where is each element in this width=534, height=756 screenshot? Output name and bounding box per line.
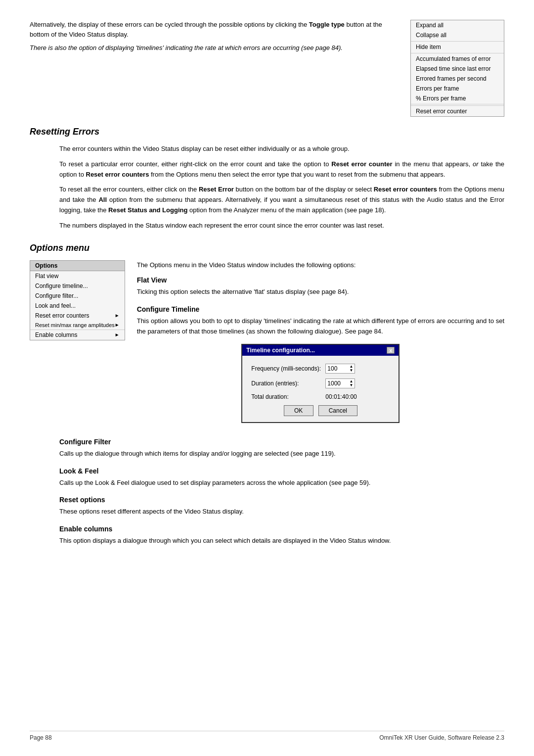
options-content: The Options menu in the Video Status win… xyxy=(137,260,504,430)
reset-options-title: Reset options xyxy=(59,496,504,504)
reset-para3: To reset all the error counters, either … xyxy=(59,185,504,215)
context-menu-item-collapse-all[interactable]: Collapse all xyxy=(411,30,504,40)
flat-view-title: Flat View xyxy=(137,276,504,284)
options-menu-section: Options menu Options Flat view Configure… xyxy=(30,243,504,546)
options-menu-reset-minmax[interactable]: Reset min/max range amplitudes ► xyxy=(30,321,125,330)
total-duration-label: Total duration: xyxy=(251,393,325,400)
top-para1: Alternatively, the display of these erro… xyxy=(30,20,400,39)
total-duration-value: 00:01:40:00 xyxy=(325,393,356,400)
dialog-buttons: OK Cancel xyxy=(251,405,390,416)
top-para2: There is also the option of displaying '… xyxy=(30,43,400,53)
reset-options-text: These options reset different aspects of… xyxy=(59,507,504,517)
reset-error-counter-bold: Reset error counter xyxy=(331,160,392,168)
footer: Page 88 OmniTek XR User Guide, Software … xyxy=(30,731,504,741)
options-menu-configure-filter[interactable]: Configure filter... xyxy=(30,291,125,301)
reset-error-counters-bold: Reset error counters xyxy=(86,171,149,178)
frequency-label: Frequency (milli-seconds): xyxy=(251,365,325,372)
context-menu-item-expand-all[interactable]: Expand all xyxy=(411,20,504,30)
resetting-errors-title: Resetting Errors xyxy=(30,127,504,137)
enable-columns-text: This option displays a dialogue through … xyxy=(59,536,504,546)
down-arrow-icon2[interactable]: ▼ xyxy=(349,383,353,387)
top-section: Alternatively, the display of these erro… xyxy=(30,20,504,117)
duration-spinner[interactable]: ▲ ▼ xyxy=(349,379,353,387)
duration-input[interactable]: 1000 ▲ ▼ xyxy=(325,378,355,388)
frequency-row: Frequency (milli-seconds): 100 ▲ ▼ xyxy=(251,364,390,374)
footer-page: Page 88 xyxy=(30,734,52,741)
down-arrow-icon[interactable]: ▼ xyxy=(349,369,353,373)
configure-timeline-title: Configure Timeline xyxy=(137,305,504,313)
context-menu-popup: Expand all Collapse all Hide item Accumu… xyxy=(410,20,504,117)
timeline-dialog: Timeline configuration... x Frequency (m… xyxy=(241,344,400,423)
options-intro: The Options menu in the Video Status win… xyxy=(137,260,504,271)
options-layout: Options Flat view Configure timeline... … xyxy=(30,260,504,430)
footer-title: OmniTek XR User Guide, Software Release … xyxy=(379,734,504,741)
options-menu-configure-timeline[interactable]: Configure timeline... xyxy=(30,281,125,291)
timeline-dialog-body: Frequency (milli-seconds): 100 ▲ ▼ Durat… xyxy=(242,356,399,422)
context-menu-item-pct-errors[interactable]: % Errors per frame xyxy=(411,94,504,104)
context-menu-item-hide-item[interactable]: Hide item xyxy=(411,41,504,52)
toggle-type-bold: Toggle type xyxy=(309,21,345,28)
duration-value: 1000 xyxy=(327,380,349,387)
arrow-icon2: ► xyxy=(115,322,120,328)
flat-view-text: Ticking this option selects the alternat… xyxy=(137,287,504,297)
reset-status-logging-bold: Reset Status and Logging xyxy=(108,206,187,214)
context-menu-item-accumulated[interactable]: Accumulated frames of error xyxy=(411,53,504,64)
total-duration-row: Total duration: 00:01:40:00 xyxy=(251,393,390,400)
context-menu-item-errors-per-frame[interactable]: Errors per frame xyxy=(411,84,504,94)
reset-para1: The error counters within the Video Stat… xyxy=(59,144,504,154)
reset-error-bold: Reset Error xyxy=(199,186,234,193)
timeline-dialog-titlebar: Timeline configuration... x xyxy=(242,345,399,356)
configure-filter-title: Configure Filter xyxy=(59,438,504,446)
cancel-button[interactable]: Cancel xyxy=(318,405,357,416)
options-menu-enable-columns[interactable]: Enable columns ► xyxy=(30,330,125,340)
reset-para4: The numbers displayed in the Status wind… xyxy=(59,221,504,231)
configure-filter-text: Calls up the dialogue through which item… xyxy=(59,449,504,459)
options-menu-header: Options xyxy=(30,261,125,271)
context-menu-item-elapsed[interactable]: Elapsed time since last error xyxy=(411,64,504,74)
arrow-icon: ► xyxy=(115,313,120,318)
configure-timeline-text: This option allows you both to opt to di… xyxy=(137,316,504,337)
frequency-value: 100 xyxy=(327,365,349,372)
frequency-spinner[interactable]: ▲ ▼ xyxy=(349,365,353,373)
duration-label: Duration (entries): xyxy=(251,380,325,387)
context-menu-item-reset-counter[interactable]: Reset error counter xyxy=(411,105,504,116)
all-bold: All xyxy=(98,196,107,203)
close-button[interactable]: x xyxy=(387,347,395,354)
options-below-layout: Configure Filter Calls up the dialogue t… xyxy=(59,438,504,546)
duration-row: Duration (entries): 1000 ▲ ▼ xyxy=(251,378,390,388)
options-menu-title: Options menu xyxy=(30,243,504,253)
context-menu-item-errored-fps[interactable]: Errored frames per second xyxy=(411,74,504,84)
look-feel-text: Calls up the Look & Feel dialogue used t… xyxy=(59,478,504,488)
options-menu-look-feel[interactable]: Look and feel... xyxy=(30,301,125,311)
options-menu-flat-view[interactable]: Flat view xyxy=(30,271,125,281)
reset-para2: To reset a particular error counter, eit… xyxy=(59,159,504,180)
ok-button[interactable]: OK xyxy=(284,405,313,416)
enable-columns-title: Enable columns xyxy=(59,525,504,533)
top-text: Alternatively, the display of these erro… xyxy=(30,20,400,117)
options-menu-reset-error-counters[interactable]: Reset error counters ► xyxy=(30,311,125,321)
arrow-icon3: ► xyxy=(115,332,120,337)
timeline-dialog-title-text: Timeline configuration... xyxy=(246,347,314,354)
resetting-errors-section: Resetting Errors The error counters with… xyxy=(30,127,504,231)
frequency-input[interactable]: 100 ▲ ▼ xyxy=(325,364,355,374)
reset-error-counters-bold2: Reset error counters xyxy=(374,186,437,193)
page: Alternatively, the display of these erro… xyxy=(0,0,534,756)
options-menu-box: Options Flat view Configure timeline... … xyxy=(30,260,125,340)
look-feel-title: Look & Feel xyxy=(59,467,504,475)
